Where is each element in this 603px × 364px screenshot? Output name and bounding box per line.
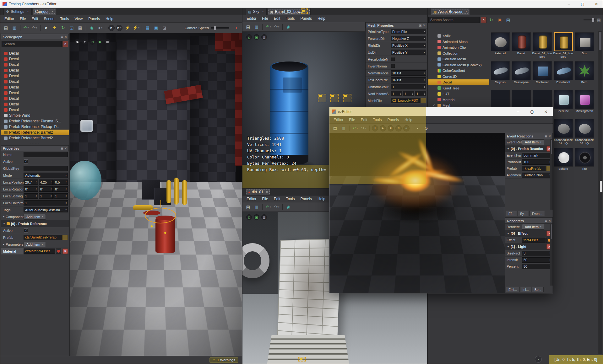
property-group-header[interactable]: ▼[0] - Prefab Reaction✕ — [505, 146, 553, 152]
close-panel-icon[interactable]: ✕ — [64, 147, 67, 150]
scenegraph-item[interactable]: Simple Wind — [1, 113, 69, 118]
scenegraph-item[interactable]: Prefab Reference: Barrel2 — [1, 135, 69, 141]
asset-tags-icon[interactable]: ▣ — [496, 16, 503, 23]
menu-item[interactable]: Editor — [244, 195, 259, 202]
scenegraph-item[interactable]: Decal — [1, 62, 69, 67]
pause-status-icon[interactable]: ‖ — [535, 356, 542, 363]
warnings-button[interactable]: ⚠ 1 Warnings — [209, 357, 238, 363]
scenegraph-item[interactable]: Decal — [1, 51, 69, 56]
menu-item[interactable]: Editor — [2, 15, 17, 22]
asset-type-item[interactable]: ✓ Collision Mesh — [428, 56, 489, 62]
number-spinner[interactable]: 1▲▼ — [39, 193, 53, 199]
menu-item[interactable]: Edit — [358, 116, 370, 123]
float-panel-icon[interactable]: ▣ — [545, 135, 547, 138]
scale-gizmo-icon[interactable]: ◱ — [68, 24, 75, 31]
tab-close-icon[interactable]: ✕ — [465, 10, 468, 13]
scenegraph-item[interactable]: Decal — [1, 56, 69, 62]
undo-icon[interactable]: ↶ — [22, 24, 30, 31]
menu-item[interactable]: Tools — [283, 15, 297, 22]
scenegraph-item[interactable]: Decal — [1, 84, 69, 90]
redo-icon[interactable]: ↷ — [273, 24, 280, 30]
asset-transform-icon[interactable]: ◉ — [285, 204, 292, 211]
loop-icon[interactable]: ∞ — [403, 125, 410, 131]
toolbar-icon[interactable] — [412, 126, 412, 131]
spinner-down-icon[interactable]: ▼ — [50, 189, 52, 191]
scenegraph-item[interactable]: Prefab Reference: Barrel2 — [1, 130, 69, 135]
scenegraph-item[interactable]: Decal — [1, 96, 69, 101]
spinner-down-icon[interactable]: ▼ — [423, 94, 426, 95]
asset-type-item[interactable]: ✓ Kraut Tree — [428, 85, 489, 91]
save-all-icon[interactable]: ▥ — [11, 24, 18, 31]
Tire[interactable]: Tire — [574, 147, 595, 176]
translate-gizmo-icon[interactable]: ✚ — [51, 24, 58, 31]
toolbar-icon[interactable] — [106, 25, 106, 31]
globalkey-input[interactable] — [24, 166, 68, 171]
grid-overlay-icon[interactable]: ▦ — [261, 34, 267, 40]
Calypso[interactable]: Calypso — [490, 61, 510, 89]
expand-caret-icon[interactable]: ▼ — [507, 232, 509, 235]
close-panel-icon[interactable]: ✕ — [64, 35, 67, 39]
document-tab[interactable]: ⚙ Settings ✕ — [3, 8, 32, 15]
shadows-toggle-icon[interactable]: ◪ — [161, 24, 168, 31]
tab-close-icon[interactable]: ✕ — [266, 190, 268, 194]
menu-item[interactable]: Tools — [370, 116, 384, 123]
save-all-icon[interactable]: ▥ — [340, 125, 347, 132]
scenegraph-item[interactable]: Decal — [1, 90, 69, 96]
number-spinner[interactable]: 50▲▼ — [522, 264, 552, 269]
ScannedRock02_LQ[interactable]: ScannedRock02_LQ — [553, 118, 573, 147]
invertnorma-checkbox[interactable] — [391, 64, 395, 68]
normalprecis-dropdown[interactable]: 10 Bit▾ — [391, 70, 426, 76]
undo-icon[interactable]: ↶ — [264, 24, 272, 30]
panel-tab[interactable]: Ini... — [520, 287, 531, 292]
toolbar-icon[interactable] — [262, 204, 263, 210]
IceCube[interactable]: IceCube — [553, 89, 573, 118]
particle-editor-window[interactable]: ezEditor – ▢ ✕ EditorFileEditToolsPanels… — [329, 107, 553, 293]
scenegraph-item[interactable]: Prefab Reference: Plasma_S... — [1, 118, 69, 124]
scenegraph-item[interactable]: Decal — [1, 67, 69, 73]
panel-tab[interactable]: Ef... — [506, 211, 517, 216]
scenegraph-item[interactable]: Decal — [1, 79, 69, 84]
menu-item[interactable]: File — [346, 116, 358, 123]
ExcelsiorII[interactable]: ExcelsiorII — [553, 61, 573, 89]
grid-toggle-icon[interactable]: ▦ — [144, 24, 151, 31]
Sphere[interactable]: Sphere — [553, 147, 573, 176]
menu-item[interactable]: Panels — [384, 116, 402, 123]
maximize-button[interactable]: ▢ — [525, 107, 539, 116]
world-space-icon[interactable]: ◉ — [88, 24, 95, 31]
recalculaten-checkbox[interactable] — [391, 57, 395, 61]
scenegraph-item[interactable]: Decal — [1, 107, 69, 113]
number-spinner[interactable]: 1▲▼ — [403, 91, 414, 96]
search-input[interactable]: Search — [2, 41, 62, 47]
name-input[interactable] — [24, 152, 68, 157]
selection-gizmo[interactable] — [145, 208, 176, 223]
screenshot-icon[interactable]: ▣ — [254, 34, 259, 40]
stop-icon[interactable]: ■ — [388, 125, 394, 131]
property-group-header[interactable]: ▼[0] - Prefab Reference — [1, 220, 69, 227]
asset-type-item[interactable]: ✓ Curve1D — [428, 74, 489, 80]
close-panel-icon[interactable]: ✕ — [548, 219, 551, 222]
spinner-down-icon[interactable]: ▼ — [50, 182, 52, 184]
alignmen-dropdown[interactable]: Surface Non▾ — [522, 173, 552, 178]
camera-menu-icon[interactable]: ◉ — [74, 39, 80, 45]
number-spinner[interactable]: 0°▲▼ — [39, 186, 53, 192]
panel-tab[interactable]: Even... — [530, 211, 545, 216]
mode-dropdown[interactable]: Automatic▾ — [24, 173, 68, 178]
slider-thumb[interactable] — [592, 18, 594, 22]
asset-transform-icon[interactable]: ◉ — [285, 24, 292, 30]
Container[interactable]: Container — [532, 61, 552, 89]
panel-scrollbar[interactable] — [550, 224, 553, 286]
float-panel-icon[interactable]: ▣ — [61, 147, 63, 150]
camera-speed-slider[interactable] — [211, 27, 229, 29]
save-all-icon[interactable]: ▥ — [253, 204, 260, 211]
forwarddir-dropdown[interactable]: Negative Z▾ — [391, 36, 426, 41]
active-checkbox[interactable]: ✓ — [24, 159, 28, 163]
scrollbar-thumb[interactable] — [599, 32, 601, 50]
panel-tab[interactable]: Emi... — [506, 287, 519, 292]
effect-asset-value[interactable]: fectAsset — [522, 238, 546, 243]
menu-item[interactable]: Tools — [283, 195, 297, 202]
float-panel-icon[interactable]: ▣ — [419, 24, 422, 27]
property-group-header[interactable]: ▼[0] - Effect✕ — [505, 230, 553, 237]
asset-type-item[interactable]: ✓ Material — [428, 97, 489, 103]
browse-asset-button[interactable] — [62, 235, 68, 240]
material-asset-value[interactable]: ezMaterialAsset — [24, 249, 55, 254]
